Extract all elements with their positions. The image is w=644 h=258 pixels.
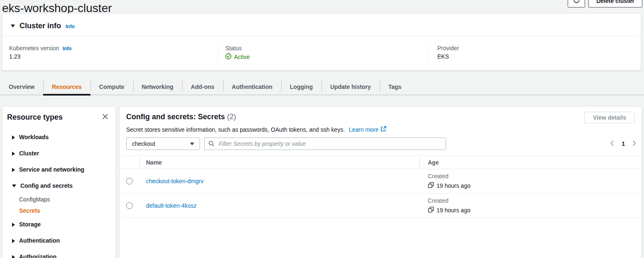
cluster-info-header[interactable]: Cluster info Info — [2, 14, 641, 37]
secrets-description: Secret stores sensitive information, suc… — [120, 123, 642, 134]
cluster-info-title: Cluster info — [20, 22, 61, 30]
header-actions: Delete cluster — [568, 0, 642, 7]
sidebar-item-label: Storage — [19, 221, 41, 229]
resource-types-title: Resource types — [7, 113, 63, 122]
chevron-right-icon — [12, 152, 15, 156]
current-page-number[interactable]: 1 — [622, 140, 625, 147]
table-header-row: Name Age — [120, 155, 642, 169]
learn-more-label: Learn more — [349, 126, 379, 134]
secrets-panel-title: Config and secrets: Secrets (2) — [126, 112, 236, 122]
cluster-info-card: Cluster info Info Kubernetes version Inf… — [2, 13, 641, 71]
provider-field: Provider EKS — [428, 45, 641, 61]
secrets-search — [204, 138, 446, 150]
close-panel-button[interactable] — [100, 112, 110, 123]
dropdown-selected-value: checkout — [132, 140, 155, 147]
tab-add-ons[interactable]: Add-ons — [182, 79, 223, 95]
delete-cluster-button[interactable]: Delete cluster — [588, 0, 642, 7]
sidebar-item-label: Config and secrets — [20, 182, 73, 190]
chevron-right-icon — [12, 223, 15, 227]
sidebar-item-config-and-secrets[interactable]: Config and secrets — [2, 178, 115, 194]
sidebar-item-label: Cluster — [19, 150, 39, 157]
filter-row: checkout 1 — [120, 134, 642, 150]
chevron-right-icon — [12, 255, 15, 258]
sidebar-item-label: Authentication — [19, 237, 60, 245]
sidebar-subitem-configmaps[interactable]: ConfigMaps — [2, 194, 115, 205]
secret-name-link[interactable]: checkout-token-dmgrv — [146, 178, 204, 184]
row-radio-button[interactable] — [126, 178, 133, 184]
learn-more-link[interactable]: Learn more — [349, 126, 387, 134]
refresh-icon — [573, 0, 580, 5]
sidebar-item-authentication[interactable]: Authentication — [2, 233, 115, 249]
secret-name-link[interactable]: default-token-4kssz — [146, 202, 196, 209]
cluster-info-info-link[interactable]: Info — [66, 24, 75, 29]
cluster-tabs: Overview Resources Compute Networking Ad… — [0, 79, 644, 95]
external-link-icon — [381, 126, 386, 134]
kubernetes-version-label: Kubernetes version — [9, 45, 59, 52]
tab-overview[interactable]: Overview — [0, 79, 43, 95]
search-input[interactable] — [204, 138, 446, 150]
next-page-button[interactable] — [632, 140, 637, 148]
age-value: 19 hours ago — [437, 182, 471, 190]
tab-authentication[interactable]: Authentication — [223, 79, 281, 95]
table-row: checkout-token-dmgrv Created 19 hours ag… — [120, 169, 642, 194]
eks-cluster-page: eks-workshop-cluster Delete cluster Clus… — [0, 0, 644, 258]
chevron-down-icon — [12, 184, 16, 187]
close-icon — [102, 113, 109, 121]
secrets-description-text: Secret stores sensitive information, suc… — [126, 126, 345, 133]
sidebar-item-storage[interactable]: Storage — [2, 216, 115, 233]
chevron-left-icon — [610, 140, 615, 148]
status-label: Status — [225, 45, 242, 52]
status-check-icon — [225, 53, 232, 61]
provider-value: EKS — [437, 53, 641, 60]
table-row: default-token-4kssz Created 19 hours ago — [120, 194, 642, 218]
secrets-table: Name Age checkout-token-dmgrv Created — [120, 155, 642, 218]
chevron-down-icon — [11, 25, 15, 27]
chevron-right-icon — [12, 168, 15, 172]
secrets-count: (2) — [227, 113, 236, 121]
kubernetes-version-value: 1.23 — [9, 53, 218, 60]
kubernetes-version-info-link[interactable]: Info — [63, 46, 72, 52]
age-column-header: Age — [420, 159, 642, 166]
row-radio-button[interactable] — [126, 202, 133, 209]
cluster-info-body: Kubernetes version Info 1.23 Status Acti… — [2, 37, 641, 61]
status-value: Active — [234, 54, 250, 60]
tab-networking[interactable]: Networking — [133, 79, 182, 95]
copy-icon[interactable] — [428, 182, 434, 190]
tab-update-history[interactable]: Update history — [322, 79, 380, 95]
sidebar-item-label: Service and networking — [19, 166, 84, 174]
copy-icon[interactable] — [428, 206, 434, 215]
age-cell: Created 19 hours ago — [420, 172, 642, 190]
chevron-down-icon — [190, 143, 194, 145]
tab-compute[interactable]: Compute — [90, 79, 133, 95]
age-value: 19 hours ago — [437, 206, 471, 214]
created-label: Created — [428, 197, 642, 205]
namespace-filter-dropdown[interactable]: checkout — [126, 138, 200, 150]
sidebar-subitem-secrets[interactable]: Secrets — [2, 205, 115, 216]
secrets-title-text: Config and secrets: Secrets — [126, 113, 225, 121]
sidebar-item-label: Workloads — [19, 133, 49, 141]
sidebar-item-label: Authorization — [19, 253, 56, 258]
kubernetes-version-field: Kubernetes version Info 1.23 — [2, 45, 218, 61]
tab-logging[interactable]: Logging — [281, 79, 322, 95]
secrets-panel: Config and secrets: Secrets (2) View det… — [119, 106, 642, 258]
tab-tags[interactable]: Tags — [380, 79, 410, 95]
resource-types-list: Workloads Cluster Service and networking… — [2, 129, 115, 258]
resource-types-panel: Resource types Workloads Cluster Service… — [2, 106, 116, 258]
created-label: Created — [428, 172, 642, 180]
refresh-button[interactable] — [568, 0, 585, 7]
provider-label: Provider — [437, 45, 459, 52]
previous-page-button[interactable] — [610, 140, 615, 148]
sidebar-item-authorization[interactable]: Authorization — [2, 249, 115, 258]
status-badge: Active — [225, 53, 428, 61]
view-details-button[interactable]: View details — [584, 112, 635, 123]
page-title: eks-workshop-cluster — [2, 2, 112, 15]
status-field: Status Active — [218, 45, 428, 61]
sidebar-item-cluster[interactable]: Cluster — [2, 145, 115, 162]
chevron-right-icon — [632, 140, 637, 148]
tab-resources[interactable]: Resources — [43, 79, 90, 95]
age-cell: Created 19 hours ago — [420, 197, 642, 215]
name-column-header: Name — [139, 159, 420, 166]
pagination: 1 — [610, 140, 637, 148]
sidebar-item-service-and-networking[interactable]: Service and networking — [2, 162, 115, 178]
sidebar-item-workloads[interactable]: Workloads — [2, 129, 115, 145]
